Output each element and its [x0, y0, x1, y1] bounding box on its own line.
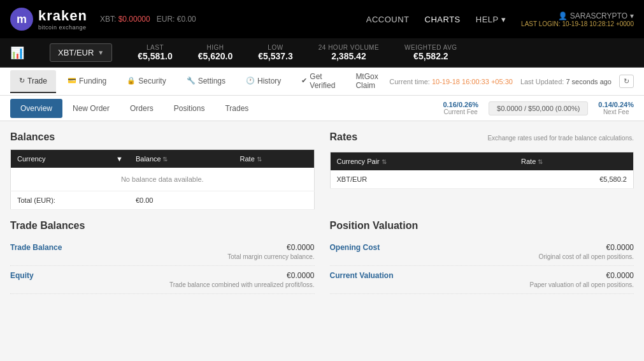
balances-header-row: Currency ▼ Balance Rate	[11, 150, 315, 168]
total-value: €0.00	[129, 191, 234, 210]
position-valuation-title: Position Valuation	[330, 220, 634, 232]
col-pair[interactable]: Currency Pair	[330, 152, 515, 171]
header-user: 👤 SARASCRYPTO ▾	[558, 11, 634, 20]
ticker-bar: 📊 XBT/EUR ▼ LAST €5,581.0 HIGH €5,620.0 …	[0, 38, 644, 68]
current-time-block: Current time: 10-19-18 16:00:33 +05:30	[389, 78, 513, 85]
chart-icon: 📊	[10, 46, 24, 60]
tab-trade[interactable]: ↻ Trade	[10, 70, 56, 93]
verified-icon: ✔	[301, 77, 307, 85]
tab-trade-label: Trade	[27, 77, 47, 85]
trade-balance-label: Equity	[10, 271, 34, 280]
tab-verified-label: Get Verified	[310, 72, 335, 90]
current-fee-label: Current Fee	[444, 108, 478, 115]
trade-balance-right: €0.0000 Trade balance combined with unre…	[169, 271, 315, 288]
user-dropdown-icon[interactable]: ▾	[630, 11, 634, 20]
logo-icon: m	[10, 8, 33, 31]
high-value: €5,620.0	[198, 51, 233, 61]
tab-settings[interactable]: 🔧 Settings	[178, 70, 234, 93]
nav-account[interactable]: ACCOUNT	[366, 15, 410, 24]
position-value: €0.0000	[530, 271, 634, 280]
tab-bar: ↻ Trade 💳 Funding 🔒 Security 🔧 Settings …	[0, 68, 644, 96]
xbt-label: XBT:	[100, 15, 116, 24]
subnav-trades[interactable]: Trades	[215, 99, 259, 118]
tab-mtgox-label: MtGox Claim	[355, 72, 380, 90]
trade-balances-section: Trade Balances Trade Balance €0.0000 Tot…	[10, 220, 315, 294]
trade-balance-row: Trade Balance €0.0000 Total margin curre…	[10, 238, 315, 266]
last-login-value: 10-19-18 10:28:12 +0000	[562, 20, 634, 27]
time-bar: Current time: 10-19-18 16:00:33 +05:30 L…	[389, 75, 634, 88]
ticker-pair-selector[interactable]: XBT/EUR ▼	[50, 43, 112, 62]
balances-title: Balances	[10, 131, 315, 143]
header-balance: XBT: $0.00000 EUR: €0.00	[100, 15, 196, 24]
xbt-value: $0.00000	[118, 15, 150, 24]
current-time-value: 10-19-18 16:00:33 +05:30	[432, 78, 513, 85]
trade-balance-value: €0.0000	[227, 243, 314, 252]
total-row: Total (EUR): €0.00	[11, 191, 315, 210]
user-icon: 👤	[558, 11, 568, 20]
trade-balance-row: Equity €0.0000 Trade balance combined wi…	[10, 266, 315, 294]
tab-funding[interactable]: 💳 Funding	[59, 70, 115, 93]
volume-value: 2,385.42	[331, 51, 366, 61]
subnav-new-order[interactable]: New Order	[62, 99, 120, 118]
position-valuation-rows: Opening Cost €0.0000 Original cost of al…	[330, 238, 634, 294]
ticker-pair-value: XBT/EUR	[58, 48, 94, 57]
security-icon: 🔒	[127, 77, 136, 85]
trade-balance-rows: Trade Balance €0.0000 Total margin curre…	[10, 238, 315, 294]
ticker-wavg: WEIGHTED AVG €5,582.2	[404, 44, 457, 61]
subnav-positions[interactable]: Positions	[164, 99, 215, 118]
tab-history[interactable]: 🕐 History	[237, 70, 290, 93]
position-valuation-row: Current Valuation €0.0000 Paper valuatio…	[330, 266, 634, 294]
fee-bar: 0.16/0.26% Current Fee $0.0000 / $50,000…	[443, 101, 634, 115]
logo-name: kraken	[38, 8, 87, 24]
rates-table: Currency Pair Rate XBT/EUR €5,580.2	[330, 152, 634, 189]
logo-subtitle: bitcoin exchange	[38, 24, 87, 31]
tab-mtgox[interactable]: MtGox Claim	[347, 66, 389, 98]
bottom-content: Trade Balances Trade Balance €0.0000 Tot…	[0, 220, 644, 304]
trade-balance-note: Total margin currency balance.	[227, 253, 314, 260]
nav-help[interactable]: HELP ▾	[476, 15, 506, 24]
refresh-button[interactable]: ↻	[619, 75, 634, 88]
current-fee-value: 0.16/0.26%	[443, 101, 478, 108]
rates-body: XBT/EUR €5,580.2	[330, 170, 634, 189]
tab-security[interactable]: 🔒 Security	[118, 70, 175, 93]
no-data-message: No balance data available.	[11, 168, 315, 191]
subnav-overview[interactable]: Overview	[10, 99, 62, 118]
last-updated-block: Last Updated: 7 seconds ago	[520, 78, 612, 85]
tab-settings-label: Settings	[198, 77, 225, 85]
position-right: €0.0000 Original cost of all open positi…	[538, 243, 634, 260]
tabs: ↻ Trade 💳 Funding 🔒 Security 🔧 Settings …	[10, 66, 389, 98]
position-valuation-row: Opening Cost €0.0000 Original cost of al…	[330, 238, 634, 266]
logo: m kraken bitcoin exchange	[10, 8, 87, 31]
col-rate[interactable]: Rate	[234, 150, 314, 168]
col-balance[interactable]: Balance	[129, 150, 234, 168]
ticker-last: LAST €5,581.0	[138, 44, 173, 61]
low-value: €5,537.3	[258, 51, 293, 61]
position-label: Current Valuation	[330, 271, 394, 280]
subnav-orders[interactable]: Orders	[120, 99, 164, 118]
header-login: LAST LOGIN: 10-19-18 10:28:12 +0000	[521, 20, 634, 27]
next-fee-value: 0.14/0.24%	[598, 101, 634, 108]
last-login-label: LAST LOGIN:	[521, 20, 561, 27]
settings-icon: 🔧	[187, 77, 196, 85]
trade-balance-value: €0.0000	[169, 271, 315, 280]
rates-header-row: Currency Pair Rate	[330, 152, 634, 171]
funding-icon: 💳	[68, 77, 76, 85]
no-data-row: No balance data available.	[11, 168, 315, 191]
header-right: 👤 SARASCRYPTO ▾ LAST LOGIN: 10-19-18 10:…	[521, 11, 634, 27]
col-rate[interactable]: Rate	[515, 152, 633, 171]
currency-dropdown-icon[interactable]: ▼	[116, 155, 123, 163]
volume-range: $0.0000 / $50,000 (0.00%)	[489, 101, 588, 115]
wavg-value: €5,582.2	[413, 51, 448, 61]
trade-balance-note: Trade balance combined with unrealized p…	[169, 281, 315, 288]
tab-get-verified[interactable]: ✔ Get Verified	[292, 66, 344, 98]
wavg-label: WEIGHTED AVG	[404, 44, 457, 51]
nav-charts[interactable]: CHARTS	[425, 15, 461, 24]
history-icon: 🕐	[246, 77, 255, 85]
high-label: HIGH	[207, 44, 224, 51]
ticker-volume: 24 HOUR VOLUME 2,385.42	[318, 44, 379, 61]
rates-note: Exchange rates used for trade balance ca…	[487, 135, 634, 142]
tab-history-label: History	[257, 77, 281, 85]
next-fee-block: 0.14/0.24% Next Fee	[598, 101, 634, 115]
current-time-label: Current time:	[389, 78, 430, 85]
position-value: €0.0000	[538, 243, 634, 252]
